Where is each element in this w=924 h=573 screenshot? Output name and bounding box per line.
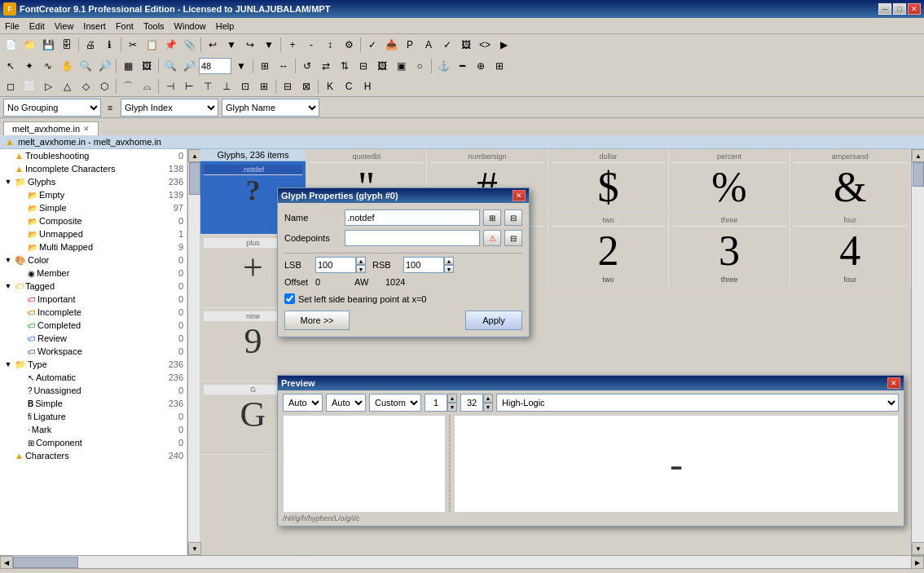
- tree-scroll-down[interactable]: ▼: [188, 542, 201, 555]
- tree-item-composite[interactable]: 📂 Composite 0: [0, 214, 187, 227]
- dialog-more-button[interactable]: More >>: [284, 311, 350, 330]
- dialog-rsb-input[interactable]: [403, 257, 444, 273]
- flip-h-btn[interactable]: ⇄: [317, 57, 335, 75]
- save-all-button[interactable]: 🗄: [58, 36, 76, 54]
- tab-melt[interactable]: melt_avxhome.in ✕: [3, 121, 99, 136]
- preview-auto2-select[interactable]: Auto: [326, 394, 366, 412]
- tree-item-workspace[interactable]: 🏷 Workspace 0: [0, 345, 187, 358]
- fit-btn[interactable]: ⊞: [256, 57, 274, 75]
- tree-item-member[interactable]: ◉ Member 0: [0, 267, 187, 280]
- name-select[interactable]: Glyph Name: [222, 99, 319, 117]
- preview-num-input[interactable]: [425, 394, 447, 412]
- export-img-button[interactable]: 🖼: [457, 36, 475, 54]
- tree-vscroll[interactable]: ▲ ▼: [187, 149, 200, 555]
- preview-size-input[interactable]: [460, 394, 483, 412]
- dialog-close-button[interactable]: ✕: [513, 190, 526, 201]
- char-cell-four[interactable]: four 4 four: [790, 213, 911, 287]
- expand-glyphs[interactable]: ▼: [2, 176, 15, 187]
- distribute-h-btn[interactable]: ⊟: [279, 77, 297, 95]
- install-button[interactable]: 📥: [382, 36, 400, 54]
- menu-font[interactable]: Font: [111, 20, 139, 33]
- delete-glyphs-button[interactable]: -: [302, 36, 320, 54]
- align-right-btn[interactable]: ⊤: [199, 77, 217, 95]
- preview-btn[interactable]: P: [401, 36, 419, 54]
- tree-item-ligature[interactable]: fi Ligature 0: [0, 410, 187, 423]
- redo-list-button[interactable]: ▼: [260, 36, 278, 54]
- dialog-lsb-down[interactable]: ▼: [356, 265, 366, 273]
- char-cell-two[interactable]: two 2 two: [548, 213, 669, 287]
- main-vscroll[interactable]: ▲ ▼: [911, 149, 924, 555]
- tree-item-review[interactable]: 🏷 Review 0: [0, 332, 187, 345]
- transform-btn[interactable]: ↺: [298, 57, 316, 75]
- preview-custom-select[interactable]: Custom: [369, 394, 421, 412]
- image-tool[interactable]: 🖼: [138, 57, 156, 75]
- tree-item-multi-mapped[interactable]: 📂 Multi Mapped 9: [0, 240, 187, 253]
- open-button[interactable]: 📁: [20, 36, 38, 54]
- main-scroll-down[interactable]: ▼: [912, 542, 924, 555]
- menu-edit[interactable]: Edit: [24, 20, 50, 33]
- maximize-button[interactable]: □: [893, 3, 906, 15]
- preview-num-up[interactable]: ▲: [447, 394, 457, 403]
- class-btn[interactable]: C: [340, 77, 358, 95]
- test-button[interactable]: ✓: [438, 36, 456, 54]
- zoom-in-btn[interactable]: 🔍: [161, 57, 179, 75]
- add-glyphs-button[interactable]: +: [284, 36, 301, 54]
- tree-item-color[interactable]: ▼ 🎨 Color 0: [0, 253, 187, 267]
- menu-file[interactable]: File: [0, 20, 24, 33]
- align-top-btn[interactable]: ⊥: [218, 77, 235, 95]
- minimize-button[interactable]: ─: [878, 3, 891, 15]
- copy-button[interactable]: 📋: [143, 36, 161, 54]
- guideline-btn[interactable]: ━: [453, 57, 471, 75]
- code-button[interactable]: <>: [476, 36, 494, 54]
- extra-tool-3[interactable]: ▷: [39, 77, 57, 95]
- tree-item-characters[interactable]: ▲ Characters 240: [0, 449, 187, 462]
- tree-item-simple-type[interactable]: B Simple 236: [0, 397, 187, 410]
- fit-width-btn[interactable]: ↔: [275, 57, 293, 75]
- preview-size-up[interactable]: ▲: [483, 394, 493, 403]
- tree-item-glyphs[interactable]: ▼ 📁 Glyphs 236: [0, 175, 187, 188]
- background-tool[interactable]: ▦: [119, 57, 137, 75]
- paste-button[interactable]: 📌: [161, 36, 179, 54]
- zoom-out-tool[interactable]: 🔎: [95, 57, 113, 75]
- main-scroll-up[interactable]: ▲: [912, 149, 924, 162]
- kern-btn[interactable]: K: [321, 77, 339, 95]
- tree-item-automatic[interactable]: ↖ Automatic 236: [0, 371, 187, 384]
- undo-list-button[interactable]: ▼: [222, 36, 240, 54]
- extra-tool-4[interactable]: △: [58, 77, 76, 95]
- tree-item-component[interactable]: ⊞ Component 0: [0, 436, 187, 449]
- align-middle-btn[interactable]: ⊡: [236, 77, 254, 95]
- tree-item-mark[interactable]: · Mark 0: [0, 423, 187, 436]
- char-cell-percent[interactable]: percent %: [669, 149, 790, 212]
- grid-btn[interactable]: ⊞: [491, 57, 508, 75]
- pan-tool[interactable]: ✋: [58, 57, 76, 75]
- dialog-codepoints-input[interactable]: [345, 230, 480, 246]
- extra-tool-2[interactable]: ⬜: [20, 77, 38, 95]
- dialog-lsb-up[interactable]: ▲: [356, 257, 366, 265]
- tree-item-empty[interactable]: 📂 Empty 139: [0, 188, 187, 201]
- align-bottom-btn[interactable]: ⊞: [255, 77, 273, 95]
- tree-item-unmapped[interactable]: 📂 Unmapped 1: [0, 227, 187, 240]
- preview-size-down[interactable]: ▼: [483, 403, 493, 412]
- tree-item-unassigned[interactable]: ? Unassigned 0: [0, 384, 187, 397]
- dialog-name-input[interactable]: [345, 209, 480, 226]
- dialog-lsb-input[interactable]: [315, 257, 356, 273]
- index-select[interactable]: Glyph Index: [121, 99, 218, 117]
- outline-btn[interactable]: ○: [411, 57, 429, 75]
- curve-tool-2[interactable]: ⌓: [138, 77, 156, 95]
- zoom-tool-in[interactable]: 🔍: [77, 57, 95, 75]
- align-left-btn[interactable]: ⊣: [161, 77, 179, 95]
- dialog-codepoints-btn1[interactable]: ⚠: [483, 230, 501, 246]
- dialog-rsb-up[interactable]: ▲: [444, 257, 454, 265]
- menu-insert[interactable]: Insert: [78, 20, 111, 33]
- menu-help[interactable]: Help: [211, 20, 240, 33]
- node-tool[interactable]: ✦: [20, 57, 38, 75]
- preview-provider-select[interactable]: High-Logic: [496, 394, 899, 412]
- dialog-lsb-checkbox[interactable]: [284, 293, 295, 304]
- extra-tool-6[interactable]: ⬡: [95, 77, 113, 95]
- extra-tool-1[interactable]: ◻: [2, 77, 20, 95]
- align-center-btn[interactable]: ⊢: [180, 77, 198, 95]
- char-cell-dollar[interactable]: dollar $: [548, 149, 669, 212]
- mirror-btn[interactable]: ⊟: [354, 57, 372, 75]
- save-button[interactable]: 💾: [39, 36, 57, 54]
- dialog-name-btn1[interactable]: ⊞: [483, 209, 501, 226]
